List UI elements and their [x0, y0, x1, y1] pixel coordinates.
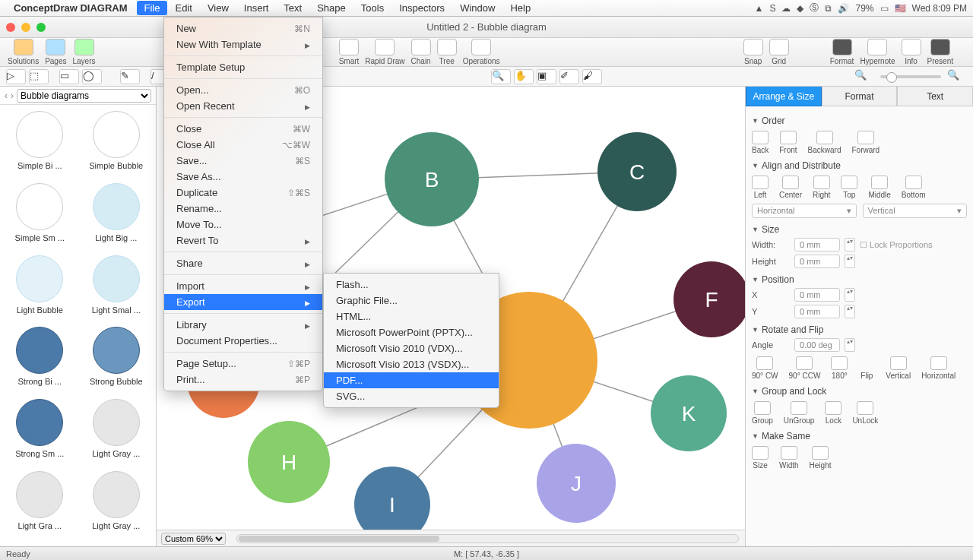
- menu-help[interactable]: Help: [502, 1, 538, 15]
- menuitem-open-[interactable]: Open...⌘O: [164, 82, 322, 98]
- dist-v[interactable]: Vertical▾: [863, 204, 968, 218]
- menuitem-open-recent[interactable]: Open Recent: [164, 98, 322, 114]
- lib-back[interactable]: ‹: [5, 90, 8, 101]
- volume-icon[interactable]: 🔊: [838, 3, 849, 14]
- align-middle[interactable]: Middle: [868, 176, 890, 199]
- tool-rect[interactable]: ▭: [59, 69, 79, 84]
- tab-text[interactable]: Text: [897, 87, 973, 106]
- align-left[interactable]: Left: [752, 176, 769, 199]
- btn-forward[interactable]: Forward: [851, 131, 880, 154]
- shape-item[interactable]: Strong Bubble: [80, 327, 154, 396]
- btn-ungroup[interactable]: UnGroup: [784, 401, 815, 425]
- library-select[interactable]: Bubble diagrams: [17, 89, 151, 103]
- tab-arrange[interactable]: Arrange & Size: [746, 87, 822, 106]
- align-right[interactable]: Right: [813, 176, 830, 199]
- shape-item[interactable]: Light Bubble: [3, 255, 77, 324]
- btn-group[interactable]: Group: [752, 401, 773, 425]
- hex-icon[interactable]: ◆: [797, 3, 803, 14]
- sec-size[interactable]: Size: [752, 224, 967, 235]
- sec-align[interactable]: Align and Distribute: [752, 160, 967, 171]
- zoom-select[interactable]: Custom 69%: [161, 533, 226, 545]
- btn-unlock[interactable]: UnLock: [852, 401, 878, 425]
- tool-hand[interactable]: ✋: [514, 69, 534, 84]
- menuitem-move-to-[interactable]: Move To...: [164, 217, 322, 233]
- align-top[interactable]: Top: [841, 176, 857, 199]
- menu-file[interactable]: File: [137, 1, 168, 15]
- flip-h[interactable]: Horizontal: [921, 356, 956, 380]
- s-icon[interactable]: S: [769, 3, 775, 14]
- shape-item[interactable]: Strong Sm ...: [3, 399, 77, 468]
- export-pdf-[interactable]: PDF...: [324, 372, 499, 388]
- menuitem-template-setup[interactable]: Template Setup: [164, 59, 322, 75]
- export-svg-[interactable]: SVG...: [324, 388, 499, 404]
- tool-select[interactable]: ⬚: [29, 69, 49, 84]
- close-window[interactable]: [6, 23, 15, 32]
- menuitem-new-with-template[interactable]: New With Template: [164, 36, 322, 52]
- export-microsoft-visio-vsdx-[interactable]: Microsoft Visio 2013 (VSDX)...: [324, 356, 499, 372]
- menuitem-library[interactable]: Library: [164, 317, 322, 333]
- flag-icon[interactable]: 🇺🇸: [895, 3, 906, 14]
- menu-text[interactable]: Text: [276, 1, 309, 15]
- tool-zoom[interactable]: 🔍: [491, 69, 511, 84]
- same-width[interactable]: Width: [779, 446, 799, 470]
- x-field[interactable]: 0 mm: [794, 288, 840, 302]
- menuitem-import[interactable]: Import: [164, 278, 322, 294]
- tb-tree[interactable]: Tree: [437, 39, 457, 65]
- shape-item[interactable]: Light Gra ...: [3, 471, 77, 540]
- sec-same[interactable]: Make Same: [752, 431, 967, 441]
- lib-fwd[interactable]: ›: [11, 90, 14, 101]
- export-graphic-file-[interactable]: Graphic File...: [324, 293, 499, 308]
- export-flash-[interactable]: Flash...: [324, 277, 499, 293]
- tb-snap[interactable]: Snap: [743, 39, 763, 65]
- angle-field[interactable]: 0.00 deg: [794, 338, 840, 352]
- width-field[interactable]: 0 mm: [794, 238, 840, 252]
- sec-position[interactable]: Position: [752, 274, 967, 285]
- menuitem-save-as-[interactable]: Save As...: [164, 169, 322, 185]
- menuitem-revert-to[interactable]: Revert To: [164, 233, 322, 248]
- sec-order[interactable]: Order: [752, 115, 967, 126]
- tb-info[interactable]: Info: [902, 39, 921, 65]
- minimize-window[interactable]: [21, 23, 30, 32]
- align-bottom[interactable]: Bottom: [902, 176, 926, 199]
- menuitem-close[interactable]: Close⌘W: [164, 121, 322, 137]
- menuitem-page-setup-[interactable]: Page Setup...⇧⌘P: [164, 356, 322, 372]
- tool-eyedrop[interactable]: ✐: [559, 69, 579, 84]
- btn-front[interactable]: Front: [779, 131, 797, 154]
- tb-present[interactable]: Present: [927, 39, 953, 65]
- shape-item[interactable]: Light Big ...: [80, 183, 154, 252]
- tool-brush[interactable]: 🖌: [582, 69, 602, 84]
- menuitem-print-[interactable]: Print...⌘P: [164, 372, 322, 388]
- tool-pointer[interactable]: ▷: [6, 69, 26, 84]
- dist-h[interactable]: Horizontal▾: [752, 204, 857, 218]
- tb-format[interactable]: Format: [830, 39, 854, 65]
- menuitem-export[interactable]: Export: [164, 294, 322, 310]
- lock-prop[interactable]: ☐ Lock Proportions: [860, 240, 933, 250]
- sec-rotate[interactable]: Rotate and Flip: [752, 324, 967, 335]
- y-field[interactable]: 0 mm: [794, 305, 840, 318]
- rot-cw[interactable]: 90° CW: [752, 356, 778, 380]
- hscroll[interactable]: [236, 534, 739, 543]
- tool-stamp[interactable]: ▣: [537, 69, 556, 84]
- menuitem-save-[interactable]: Save...⌘S: [164, 153, 322, 169]
- export-microsoft-powerpoint-pptx-[interactable]: Microsoft PowerPoint (PPTX)...: [324, 324, 499, 340]
- export-microsoft-visio-vdx-[interactable]: Microsoft Visio 2010 (VDX)...: [324, 340, 499, 356]
- tab-format[interactable]: Format: [822, 87, 898, 106]
- zoom-slider[interactable]: [880, 75, 941, 78]
- app-name[interactable]: ConceptDraw DIAGRAM: [14, 2, 128, 14]
- menuitem-new[interactable]: New⌘N: [164, 21, 322, 36]
- rot-ccw[interactable]: 90° CCW: [789, 356, 821, 380]
- menuitem-rename-[interactable]: Rename...: [164, 201, 322, 217]
- tb-operations[interactable]: Operations: [463, 39, 500, 65]
- align-center[interactable]: Center: [779, 176, 802, 199]
- tb-hypernote[interactable]: Hypernote: [860, 39, 895, 65]
- same-size[interactable]: Size: [752, 446, 769, 470]
- battery-icon[interactable]: ▭: [880, 3, 889, 14]
- menuitem-duplicate[interactable]: Duplicate⇧⌘S: [164, 185, 322, 201]
- export-html-[interactable]: HTML...: [324, 308, 499, 324]
- wifi-icon[interactable]: ⧉: [825, 3, 832, 14]
- menu-shape[interactable]: Shape: [309, 1, 353, 15]
- tb-grid[interactable]: Grid: [769, 39, 789, 65]
- rot-180[interactable]: 180°: [831, 356, 848, 380]
- skype-icon[interactable]: Ⓢ: [810, 2, 819, 14]
- cloud-icon[interactable]: ☁: [781, 3, 791, 14]
